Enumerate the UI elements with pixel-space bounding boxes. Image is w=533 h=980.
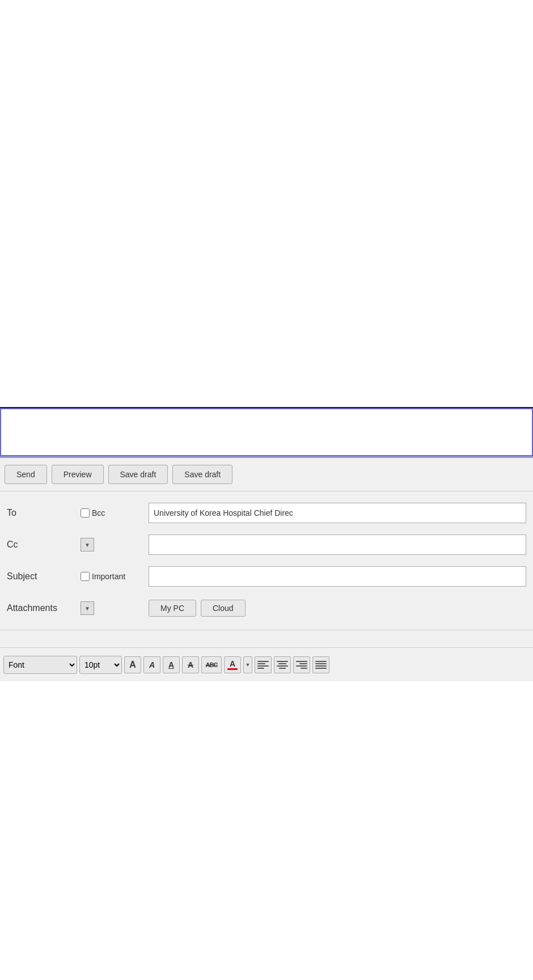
attachments-dropdown-button[interactable]: ▼: [81, 601, 94, 615]
cc-dropdown-area: ▼: [81, 538, 149, 551]
to-label: To: [7, 508, 81, 518]
align-center-icon: [274, 658, 290, 672]
save-draft-1-button[interactable]: Save draft: [108, 465, 168, 484]
font-color-letter: A: [230, 660, 235, 668]
font-color-button[interactable]: A: [224, 656, 241, 673]
bcc-checkbox-area: Bcc: [81, 508, 149, 517]
italic-button[interactable]: A: [143, 656, 160, 673]
cloud-button[interactable]: Cloud: [201, 600, 246, 617]
align-left-button[interactable]: [255, 656, 272, 673]
preview-button[interactable]: Preview: [52, 465, 104, 484]
align-left-icon: [255, 658, 271, 672]
subject-field-input[interactable]: [149, 566, 526, 587]
bcc-label: Bcc: [92, 508, 105, 517]
font-size-selector[interactable]: 8pt 9pt 10pt 11pt 12pt 14pt 16pt 18pt 24…: [79, 656, 122, 674]
align-right-button[interactable]: [293, 656, 310, 673]
subject-row: Subject Important: [0, 561, 533, 592]
attachments-label: Attachments: [7, 603, 81, 613]
important-checkbox[interactable]: [81, 572, 90, 581]
important-label: Important: [92, 572, 125, 581]
cc-row: Cc ▼: [0, 529, 533, 561]
bcc-checkbox[interactable]: [81, 508, 90, 517]
align-justify-icon: [313, 658, 329, 672]
cc-dropdown-button[interactable]: ▼: [81, 538, 94, 551]
font-selector[interactable]: Font Arial Times New Roman Courier New V…: [3, 656, 77, 674]
subject-active-input[interactable]: [0, 408, 533, 456]
font-color-bar: [227, 668, 238, 670]
cc-label: Cc: [7, 540, 81, 550]
to-row: To Bcc: [0, 497, 533, 529]
formatting-toolbar: Font Arial Times New Roman Courier New V…: [0, 647, 533, 681]
font-color-dropdown-button[interactable]: ▼: [243, 656, 252, 673]
email-body-area[interactable]: [0, 0, 533, 408]
action-buttons-row: Send Preview Save draft Save draft: [0, 458, 533, 491]
attachments-dropdown-area: ▼: [81, 601, 149, 615]
align-justify-button[interactable]: [312, 656, 329, 673]
compose-form: To Bcc Cc ▼ Subject Important Attachment…: [0, 491, 533, 630]
align-center-button[interactable]: [274, 656, 291, 673]
attachments-row: Attachments ▼ My PC Cloud: [0, 592, 533, 624]
form-bottom-space: [0, 630, 533, 647]
attachments-buttons: My PC Cloud: [149, 600, 526, 617]
save-draft-2-button[interactable]: Save draft: [172, 465, 232, 484]
abc-strikethrough-button[interactable]: ABC: [201, 656, 222, 673]
my-pc-button[interactable]: My PC: [149, 600, 196, 617]
subject-label: Subject: [7, 571, 81, 582]
underline-button[interactable]: A: [163, 656, 180, 673]
cc-input[interactable]: [149, 534, 526, 555]
strikethrough-button[interactable]: A: [182, 656, 199, 673]
send-button[interactable]: Send: [5, 465, 47, 484]
subject-text-input[interactable]: [6, 428, 527, 437]
bold-button[interactable]: A: [124, 656, 141, 673]
align-right-icon: [294, 658, 310, 672]
important-checkbox-area: Important: [81, 572, 149, 581]
to-input[interactable]: [149, 503, 526, 523]
